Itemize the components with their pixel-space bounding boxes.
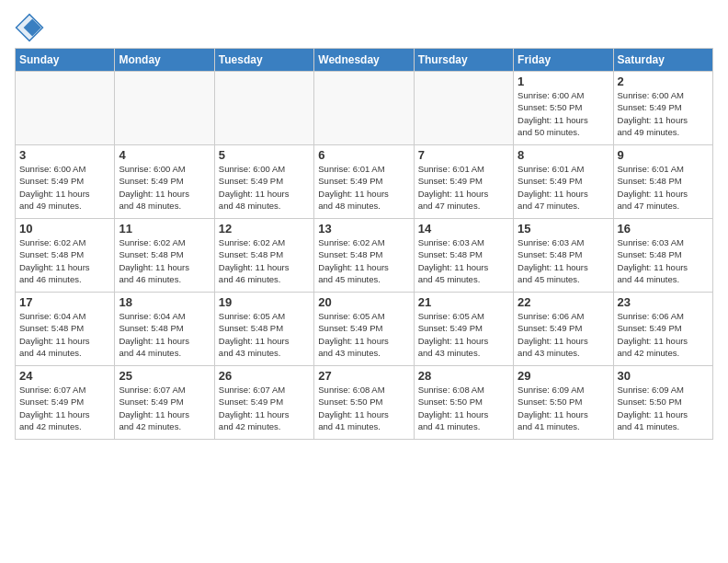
- calendar-cell: [16, 72, 115, 145]
- day-number: 28: [418, 369, 509, 383]
- calendar-cell: 23Sunrise: 6:06 AM Sunset: 5:49 PM Dayli…: [613, 293, 712, 366]
- calendar-cell: 17Sunrise: 6:04 AM Sunset: 5:48 PM Dayli…: [16, 293, 115, 366]
- day-info: Sunrise: 6:07 AM Sunset: 5:49 PM Dayligh…: [219, 384, 310, 432]
- day-info: Sunrise: 6:00 AM Sunset: 5:49 PM Dayligh…: [19, 163, 110, 212]
- day-info: Sunrise: 6:09 AM Sunset: 5:50 PM Dayligh…: [618, 384, 709, 432]
- day-info: Sunrise: 6:08 AM Sunset: 5:50 PM Dayligh…: [318, 384, 409, 432]
- weekday-wednesday: Wednesday: [314, 49, 414, 72]
- day-number: 25: [119, 369, 210, 383]
- day-info: Sunrise: 6:02 AM Sunset: 5:48 PM Dayligh…: [119, 236, 210, 285]
- day-info: Sunrise: 6:01 AM Sunset: 5:49 PM Dayligh…: [318, 163, 409, 212]
- calendar-cell: 13Sunrise: 6:02 AM Sunset: 5:48 PM Dayli…: [314, 219, 414, 293]
- day-info: Sunrise: 6:00 AM Sunset: 5:49 PM Dayligh…: [219, 163, 310, 212]
- day-number: 21: [418, 295, 509, 309]
- day-info: Sunrise: 6:06 AM Sunset: 5:49 PM Dayligh…: [618, 310, 709, 359]
- calendar-cell: 29Sunrise: 6:09 AM Sunset: 5:50 PM Dayli…: [514, 366, 613, 440]
- calendar-cell: 9Sunrise: 6:01 AM Sunset: 5:48 PM Daylig…: [613, 145, 712, 219]
- calendar-cell: 5Sunrise: 6:00 AM Sunset: 5:49 PM Daylig…: [214, 145, 313, 219]
- calendar-cell: 12Sunrise: 6:02 AM Sunset: 5:48 PM Dayli…: [214, 219, 313, 293]
- day-info: Sunrise: 6:00 AM Sunset: 5:50 PM Dayligh…: [518, 89, 609, 138]
- day-number: 15: [518, 222, 609, 236]
- calendar-cell: 20Sunrise: 6:05 AM Sunset: 5:49 PM Dayli…: [314, 293, 414, 366]
- calendar-cell: 26Sunrise: 6:07 AM Sunset: 5:49 PM Dayli…: [214, 366, 313, 440]
- day-info: Sunrise: 6:03 AM Sunset: 5:48 PM Dayligh…: [418, 236, 509, 285]
- day-number: 23: [618, 295, 709, 309]
- calendar-cell: 18Sunrise: 6:04 AM Sunset: 5:48 PM Dayli…: [115, 293, 214, 366]
- weekday-header-row: SundayMondayTuesdayWednesdayThursdayFrid…: [16, 49, 713, 72]
- day-number: 27: [318, 369, 409, 383]
- page: SundayMondayTuesdayWednesdayThursdayFrid…: [0, 0, 728, 563]
- day-number: 12: [219, 222, 310, 236]
- calendar-cell: 14Sunrise: 6:03 AM Sunset: 5:48 PM Dayli…: [414, 219, 513, 293]
- calendar-cell: 3Sunrise: 6:00 AM Sunset: 5:49 PM Daylig…: [16, 145, 115, 219]
- calendar-cell: 10Sunrise: 6:02 AM Sunset: 5:48 PM Dayli…: [16, 219, 115, 293]
- day-number: 30: [618, 369, 709, 383]
- day-info: Sunrise: 6:05 AM Sunset: 5:49 PM Dayligh…: [418, 310, 509, 359]
- weekday-friday: Friday: [514, 49, 613, 72]
- calendar-cell: 27Sunrise: 6:08 AM Sunset: 5:50 PM Dayli…: [314, 366, 414, 440]
- day-number: 5: [219, 148, 310, 162]
- weekday-tuesday: Tuesday: [214, 49, 313, 72]
- day-number: 29: [518, 369, 609, 383]
- calendar-cell: 22Sunrise: 6:06 AM Sunset: 5:49 PM Dayli…: [514, 293, 613, 366]
- calendar-table: SundayMondayTuesdayWednesdayThursdayFrid…: [15, 48, 713, 440]
- day-info: Sunrise: 6:02 AM Sunset: 5:48 PM Dayligh…: [19, 236, 110, 285]
- logo-icon: [15, 13, 44, 42]
- day-info: Sunrise: 6:06 AM Sunset: 5:49 PM Dayligh…: [518, 310, 609, 359]
- logo: [15, 13, 48, 42]
- calendar-week-3: 17Sunrise: 6:04 AM Sunset: 5:48 PM Dayli…: [16, 293, 713, 366]
- day-number: 18: [119, 295, 210, 309]
- calendar-cell: 15Sunrise: 6:03 AM Sunset: 5:48 PM Dayli…: [514, 219, 613, 293]
- calendar-cell: [214, 72, 313, 145]
- day-number: 26: [219, 369, 310, 383]
- calendar-week-0: 1Sunrise: 6:00 AM Sunset: 5:50 PM Daylig…: [16, 72, 713, 145]
- calendar-cell: 25Sunrise: 6:07 AM Sunset: 5:49 PM Dayli…: [115, 366, 214, 440]
- calendar-cell: 30Sunrise: 6:09 AM Sunset: 5:50 PM Dayli…: [613, 366, 712, 440]
- day-info: Sunrise: 6:00 AM Sunset: 5:49 PM Dayligh…: [618, 89, 709, 138]
- calendar-cell: 28Sunrise: 6:08 AM Sunset: 5:50 PM Dayli…: [414, 366, 513, 440]
- day-number: 10: [19, 222, 110, 236]
- calendar-cell: 11Sunrise: 6:02 AM Sunset: 5:48 PM Dayli…: [115, 219, 214, 293]
- day-info: Sunrise: 6:09 AM Sunset: 5:50 PM Dayligh…: [518, 384, 609, 432]
- day-info: Sunrise: 6:03 AM Sunset: 5:48 PM Dayligh…: [618, 236, 709, 285]
- day-info: Sunrise: 6:03 AM Sunset: 5:48 PM Dayligh…: [518, 236, 609, 285]
- header: [15, 9, 713, 42]
- day-number: 8: [518, 148, 609, 162]
- day-info: Sunrise: 6:04 AM Sunset: 5:48 PM Dayligh…: [19, 310, 110, 359]
- day-info: Sunrise: 6:01 AM Sunset: 5:49 PM Dayligh…: [518, 163, 609, 212]
- day-number: 20: [318, 295, 409, 309]
- day-info: Sunrise: 6:02 AM Sunset: 5:48 PM Dayligh…: [318, 236, 409, 285]
- calendar-cell: 6Sunrise: 6:01 AM Sunset: 5:49 PM Daylig…: [314, 145, 414, 219]
- weekday-sunday: Sunday: [16, 49, 115, 72]
- calendar-cell: 2Sunrise: 6:00 AM Sunset: 5:49 PM Daylig…: [613, 72, 712, 145]
- calendar-cell: [115, 72, 214, 145]
- day-number: 6: [318, 148, 409, 162]
- calendar-cell: 7Sunrise: 6:01 AM Sunset: 5:49 PM Daylig…: [414, 145, 513, 219]
- day-info: Sunrise: 6:02 AM Sunset: 5:48 PM Dayligh…: [219, 236, 310, 285]
- day-info: Sunrise: 6:05 AM Sunset: 5:49 PM Dayligh…: [318, 310, 409, 359]
- calendar-cell: 24Sunrise: 6:07 AM Sunset: 5:49 PM Dayli…: [16, 366, 115, 440]
- calendar-cell: [414, 72, 513, 145]
- day-info: Sunrise: 6:07 AM Sunset: 5:49 PM Dayligh…: [19, 384, 110, 432]
- day-number: 2: [618, 75, 709, 88]
- day-info: Sunrise: 6:07 AM Sunset: 5:49 PM Dayligh…: [119, 384, 210, 432]
- calendar-week-2: 10Sunrise: 6:02 AM Sunset: 5:48 PM Dayli…: [16, 219, 713, 293]
- day-number: 14: [418, 222, 509, 236]
- day-number: 13: [318, 222, 409, 236]
- day-number: 1: [518, 75, 609, 88]
- day-info: Sunrise: 6:01 AM Sunset: 5:48 PM Dayligh…: [618, 163, 709, 212]
- weekday-monday: Monday: [115, 49, 214, 72]
- calendar-cell: 16Sunrise: 6:03 AM Sunset: 5:48 PM Dayli…: [613, 219, 712, 293]
- day-info: Sunrise: 6:01 AM Sunset: 5:49 PM Dayligh…: [418, 163, 509, 212]
- calendar-cell: [314, 72, 414, 145]
- calendar-cell: 1Sunrise: 6:00 AM Sunset: 5:50 PM Daylig…: [514, 72, 613, 145]
- day-info: Sunrise: 6:04 AM Sunset: 5:48 PM Dayligh…: [119, 310, 210, 359]
- calendar-cell: 8Sunrise: 6:01 AM Sunset: 5:49 PM Daylig…: [514, 145, 613, 219]
- day-info: Sunrise: 6:05 AM Sunset: 5:48 PM Dayligh…: [219, 310, 310, 359]
- day-info: Sunrise: 6:00 AM Sunset: 5:49 PM Dayligh…: [119, 163, 210, 212]
- calendar-week-4: 24Sunrise: 6:07 AM Sunset: 5:49 PM Dayli…: [16, 366, 713, 440]
- day-number: 3: [19, 148, 110, 162]
- day-number: 9: [618, 148, 709, 162]
- day-number: 22: [518, 295, 609, 309]
- calendar-cell: 21Sunrise: 6:05 AM Sunset: 5:49 PM Dayli…: [414, 293, 513, 366]
